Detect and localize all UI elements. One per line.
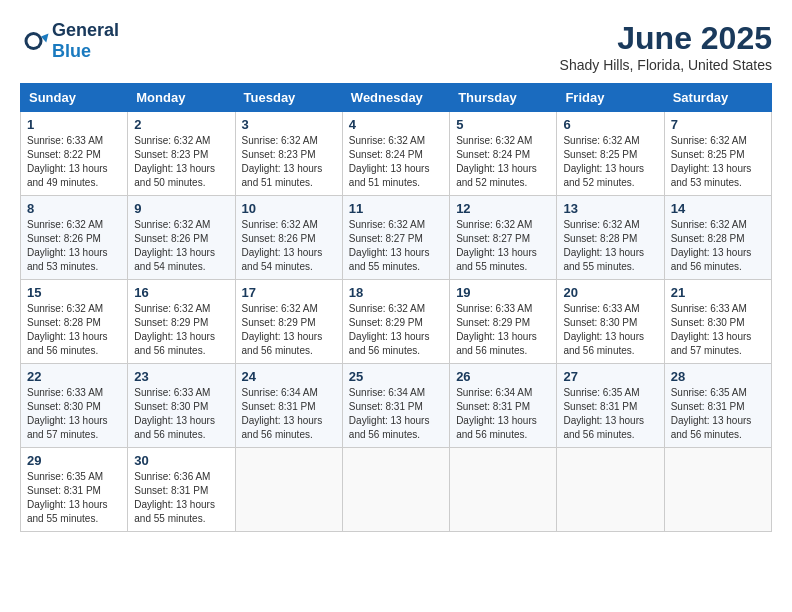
cell-sunset: Sunset: 8:29 PM: [134, 317, 208, 328]
cell-sunset: Sunset: 8:26 PM: [242, 233, 316, 244]
cell-sunset: Sunset: 8:28 PM: [563, 233, 637, 244]
cell-sunset: Sunset: 8:25 PM: [671, 149, 745, 160]
logo-icon: [20, 26, 50, 56]
day-number: 18: [349, 285, 443, 300]
day-number: 8: [27, 201, 121, 216]
cell-sunset: Sunset: 8:25 PM: [563, 149, 637, 160]
calendar-cell: 1 Sunrise: 6:33 AM Sunset: 8:22 PM Dayli…: [21, 112, 128, 196]
day-number: 20: [563, 285, 657, 300]
cell-sunrise: Sunrise: 6:35 AM: [563, 387, 639, 398]
cell-sunset: Sunset: 8:26 PM: [134, 233, 208, 244]
calendar-cell: 14 Sunrise: 6:32 AM Sunset: 8:28 PM Dayl…: [664, 196, 771, 280]
day-number: 26: [456, 369, 550, 384]
cell-sunset: Sunset: 8:28 PM: [27, 317, 101, 328]
calendar-cell: 26 Sunrise: 6:34 AM Sunset: 8:31 PM Dayl…: [450, 364, 557, 448]
cell-sunset: Sunset: 8:29 PM: [242, 317, 316, 328]
calendar-cell: 7 Sunrise: 6:32 AM Sunset: 8:25 PM Dayli…: [664, 112, 771, 196]
cell-sunrise: Sunrise: 6:32 AM: [134, 219, 210, 230]
calendar-cell: 30 Sunrise: 6:36 AM Sunset: 8:31 PM Dayl…: [128, 448, 235, 532]
cell-sunrise: Sunrise: 6:32 AM: [134, 303, 210, 314]
day-header-wednesday: Wednesday: [342, 84, 449, 112]
day-number: 29: [27, 453, 121, 468]
day-header-monday: Monday: [128, 84, 235, 112]
day-number: 19: [456, 285, 550, 300]
cell-daylight: Daylight: 13 hours and 55 minutes.: [349, 247, 430, 272]
cell-daylight: Daylight: 13 hours and 57 minutes.: [27, 415, 108, 440]
cell-sunrise: Sunrise: 6:32 AM: [242, 219, 318, 230]
cell-sunrise: Sunrise: 6:32 AM: [563, 219, 639, 230]
calendar-cell: 29 Sunrise: 6:35 AM Sunset: 8:31 PM Dayl…: [21, 448, 128, 532]
day-number: 9: [134, 201, 228, 216]
day-number: 4: [349, 117, 443, 132]
calendar-cell: [342, 448, 449, 532]
cell-sunset: Sunset: 8:31 PM: [671, 401, 745, 412]
cell-sunrise: Sunrise: 6:33 AM: [27, 135, 103, 146]
cell-daylight: Daylight: 13 hours and 56 minutes.: [563, 415, 644, 440]
cell-sunset: Sunset: 8:28 PM: [671, 233, 745, 244]
cell-daylight: Daylight: 13 hours and 56 minutes.: [456, 331, 537, 356]
cell-daylight: Daylight: 13 hours and 57 minutes.: [671, 331, 752, 356]
cell-daylight: Daylight: 13 hours and 56 minutes.: [27, 331, 108, 356]
calendar-cell: 5 Sunrise: 6:32 AM Sunset: 8:24 PM Dayli…: [450, 112, 557, 196]
cell-sunset: Sunset: 8:31 PM: [242, 401, 316, 412]
cell-sunrise: Sunrise: 6:33 AM: [456, 303, 532, 314]
cell-sunset: Sunset: 8:31 PM: [349, 401, 423, 412]
cell-sunrise: Sunrise: 6:32 AM: [349, 135, 425, 146]
cell-daylight: Daylight: 13 hours and 55 minutes.: [27, 499, 108, 524]
cell-sunrise: Sunrise: 6:32 AM: [349, 219, 425, 230]
day-number: 6: [563, 117, 657, 132]
calendar-cell: 18 Sunrise: 6:32 AM Sunset: 8:29 PM Dayl…: [342, 280, 449, 364]
cell-sunrise: Sunrise: 6:35 AM: [671, 387, 747, 398]
day-header-thursday: Thursday: [450, 84, 557, 112]
cell-sunset: Sunset: 8:30 PM: [671, 317, 745, 328]
cell-sunrise: Sunrise: 6:32 AM: [671, 219, 747, 230]
cell-daylight: Daylight: 13 hours and 51 minutes.: [349, 163, 430, 188]
page-header: General Blue June 2025 Shady Hills, Flor…: [20, 20, 772, 73]
cell-sunset: Sunset: 8:27 PM: [456, 233, 530, 244]
cell-daylight: Daylight: 13 hours and 55 minutes.: [563, 247, 644, 272]
calendar-cell: 4 Sunrise: 6:32 AM Sunset: 8:24 PM Dayli…: [342, 112, 449, 196]
calendar-cell: 23 Sunrise: 6:33 AM Sunset: 8:30 PM Dayl…: [128, 364, 235, 448]
calendar-cell: [557, 448, 664, 532]
calendar-cell: 28 Sunrise: 6:35 AM Sunset: 8:31 PM Dayl…: [664, 364, 771, 448]
cell-daylight: Daylight: 13 hours and 55 minutes.: [456, 247, 537, 272]
calendar-cell: 8 Sunrise: 6:32 AM Sunset: 8:26 PM Dayli…: [21, 196, 128, 280]
day-header-sunday: Sunday: [21, 84, 128, 112]
cell-sunset: Sunset: 8:30 PM: [563, 317, 637, 328]
calendar-cell: 13 Sunrise: 6:32 AM Sunset: 8:28 PM Dayl…: [557, 196, 664, 280]
cell-sunset: Sunset: 8:22 PM: [27, 149, 101, 160]
cell-daylight: Daylight: 13 hours and 49 minutes.: [27, 163, 108, 188]
calendar-cell: 10 Sunrise: 6:32 AM Sunset: 8:26 PM Dayl…: [235, 196, 342, 280]
calendar-week-row: 22 Sunrise: 6:33 AM Sunset: 8:30 PM Dayl…: [21, 364, 772, 448]
cell-sunrise: Sunrise: 6:32 AM: [456, 135, 532, 146]
calendar-cell: 3 Sunrise: 6:32 AM Sunset: 8:23 PM Dayli…: [235, 112, 342, 196]
cell-sunset: Sunset: 8:31 PM: [456, 401, 530, 412]
cell-sunset: Sunset: 8:24 PM: [456, 149, 530, 160]
cell-sunrise: Sunrise: 6:32 AM: [27, 303, 103, 314]
calendar-cell: 17 Sunrise: 6:32 AM Sunset: 8:29 PM Dayl…: [235, 280, 342, 364]
calendar-cell: 19 Sunrise: 6:33 AM Sunset: 8:29 PM Dayl…: [450, 280, 557, 364]
cell-daylight: Daylight: 13 hours and 52 minutes.: [456, 163, 537, 188]
calendar-cell: 16 Sunrise: 6:32 AM Sunset: 8:29 PM Dayl…: [128, 280, 235, 364]
calendar-cell: 15 Sunrise: 6:32 AM Sunset: 8:28 PM Dayl…: [21, 280, 128, 364]
day-number: 30: [134, 453, 228, 468]
calendar-table: SundayMondayTuesdayWednesdayThursdayFrid…: [20, 83, 772, 532]
calendar-header-row: SundayMondayTuesdayWednesdayThursdayFrid…: [21, 84, 772, 112]
logo: General Blue: [20, 20, 119, 62]
cell-sunset: Sunset: 8:31 PM: [27, 485, 101, 496]
calendar-cell: 20 Sunrise: 6:33 AM Sunset: 8:30 PM Dayl…: [557, 280, 664, 364]
calendar-cell: 9 Sunrise: 6:32 AM Sunset: 8:26 PM Dayli…: [128, 196, 235, 280]
day-number: 1: [27, 117, 121, 132]
cell-daylight: Daylight: 13 hours and 56 minutes.: [349, 415, 430, 440]
day-number: 27: [563, 369, 657, 384]
cell-sunset: Sunset: 8:27 PM: [349, 233, 423, 244]
calendar-week-row: 29 Sunrise: 6:35 AM Sunset: 8:31 PM Dayl…: [21, 448, 772, 532]
day-number: 21: [671, 285, 765, 300]
cell-sunrise: Sunrise: 6:32 AM: [27, 219, 103, 230]
day-header-tuesday: Tuesday: [235, 84, 342, 112]
cell-sunrise: Sunrise: 6:34 AM: [349, 387, 425, 398]
cell-sunrise: Sunrise: 6:33 AM: [671, 303, 747, 314]
cell-daylight: Daylight: 13 hours and 54 minutes.: [134, 247, 215, 272]
day-number: 5: [456, 117, 550, 132]
cell-sunrise: Sunrise: 6:32 AM: [242, 135, 318, 146]
